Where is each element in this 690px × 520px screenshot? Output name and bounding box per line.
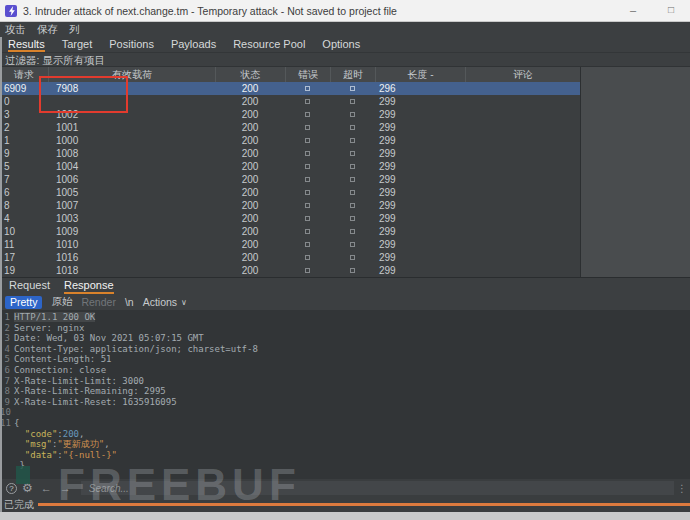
- column-header[interactable]: 长度 -: [375, 67, 465, 82]
- cell-length: 299: [375, 95, 465, 108]
- line-number: 1: [0, 312, 14, 323]
- table-row[interactable]: 191018200299: [0, 264, 580, 277]
- cell-payload: 1005: [48, 186, 215, 199]
- column-header[interactable]: 错误: [285, 67, 330, 82]
- table-row[interactable]: 71006200299: [0, 173, 580, 186]
- cell-timeout: [330, 108, 375, 121]
- line-text: Connection: close: [14, 365, 106, 375]
- cell-timeout: [330, 134, 375, 147]
- timeout-checkbox: [350, 190, 355, 195]
- cell-comment: [465, 82, 580, 95]
- line-text: Content-Type: application/json; charset=…: [14, 344, 258, 354]
- cell-payload: 1007: [48, 199, 215, 212]
- cell-payload: 1018: [48, 264, 215, 277]
- tab-target[interactable]: Target: [62, 37, 93, 52]
- cell-length: 299: [375, 160, 465, 173]
- cell-length: 299: [375, 212, 465, 225]
- back-arrow-icon[interactable]: ←: [41, 482, 52, 494]
- table-row[interactable]: 41003200299: [0, 212, 580, 225]
- timeout-checkbox: [350, 99, 355, 104]
- cell-status: 200: [215, 212, 285, 225]
- cell-comment: [465, 147, 580, 160]
- cell-error: [285, 186, 330, 199]
- tab-response[interactable]: Response: [64, 278, 114, 294]
- tab-payloads[interactable]: Payloads: [171, 37, 216, 52]
- line-number: 10: [0, 407, 14, 418]
- cell-error: [285, 147, 330, 160]
- filter-bar[interactable]: 过滤器: 显示所有项目: [0, 53, 690, 67]
- line-text: "code":200,: [14, 429, 84, 439]
- view-tab-n[interactable]: \n: [125, 296, 134, 308]
- response-body-line: "code":200,: [0, 429, 690, 440]
- search-options-icon[interactable]: ⋮: [677, 483, 687, 494]
- cell-length: 299: [375, 238, 465, 251]
- cell-error: [285, 173, 330, 186]
- menu-item-保存[interactable]: 保存: [37, 23, 58, 37]
- tab-positions[interactable]: Positions: [109, 37, 154, 52]
- response-body-line: "data":"{-null-}": [0, 450, 690, 461]
- column-header[interactable]: 有效载荷: [48, 67, 215, 82]
- error-checkbox: [305, 86, 310, 91]
- table-row[interactable]: 31002200299: [0, 108, 580, 121]
- cell-payload: 1008: [48, 147, 215, 160]
- response-line: 10: [0, 407, 690, 418]
- menu-item-攻击[interactable]: 攻击: [5, 23, 26, 37]
- json-token: 200: [63, 429, 79, 439]
- table-row[interactable]: 81007200299: [0, 199, 580, 212]
- line-number: 6: [0, 365, 14, 376]
- cell-status: 200: [215, 238, 285, 251]
- cell-timeout: [330, 225, 375, 238]
- cell-error: [285, 95, 330, 108]
- cell-error: [285, 108, 330, 121]
- view-tab-pretty[interactable]: Pretty: [5, 296, 42, 309]
- table-row[interactable]: 61005200299: [0, 186, 580, 199]
- window-title: 3. Intruder attack of next.change.tm - T…: [23, 5, 397, 17]
- table-row[interactable]: 171016200299: [0, 251, 580, 264]
- table-row[interactable]: 111010200299: [0, 238, 580, 251]
- menu-item-列[interactable]: 列: [69, 23, 80, 37]
- minimize-button[interactable]: –: [620, 0, 646, 22]
- column-header[interactable]: 超时: [330, 67, 375, 82]
- table-row[interactable]: 0200299: [0, 95, 580, 108]
- line-text: }: [14, 460, 25, 470]
- cell-timeout: [330, 264, 375, 277]
- cell-length: 299: [375, 264, 465, 277]
- view-tab-原始[interactable]: 原始: [51, 295, 72, 309]
- error-checkbox: [305, 99, 310, 104]
- table-row[interactable]: 101009200299: [0, 225, 580, 238]
- tab-resource-pool[interactable]: Resource Pool: [233, 37, 305, 52]
- table-row[interactable]: 51004200299: [0, 160, 580, 173]
- tab-results[interactable]: Results: [8, 37, 45, 52]
- line-number: 2: [0, 323, 14, 334]
- cell-timeout: [330, 186, 375, 199]
- table-row[interactable]: 69097908200296: [0, 82, 580, 95]
- table-row[interactable]: 11000200299: [0, 134, 580, 147]
- cell-length: 299: [375, 173, 465, 186]
- help-icon[interactable]: ?: [6, 483, 17, 494]
- search-input[interactable]: [81, 481, 674, 495]
- line-text: "msg":"更新成功",: [14, 439, 110, 449]
- response-line: 1HTTP/1.1 200 OK: [0, 312, 690, 323]
- maximize-button[interactable]: □: [658, 0, 684, 22]
- view-tab-actions[interactable]: Actions: [143, 296, 177, 308]
- table-row[interactable]: 21001200299: [0, 121, 580, 134]
- forward-arrow-icon[interactable]: →: [60, 482, 71, 494]
- column-header[interactable]: 评论: [465, 67, 580, 82]
- column-header[interactable]: 请求: [0, 67, 48, 82]
- response-editor[interactable]: 1HTTP/1.1 200 OK2Server: nginx3Date: Wed…: [0, 310, 690, 479]
- gear-icon[interactable]: ⚙: [22, 482, 33, 494]
- tab-request[interactable]: Request: [9, 278, 50, 294]
- column-header[interactable]: 状态: [215, 67, 285, 82]
- results-table-header: 请求有效载荷状态错误超时长度 -评论: [0, 67, 580, 82]
- cell-status: 200: [215, 251, 285, 264]
- table-row[interactable]: 91008200299: [0, 147, 580, 160]
- error-checkbox: [305, 138, 310, 143]
- cell-error: [285, 238, 330, 251]
- tab-options[interactable]: Options: [322, 37, 360, 52]
- cell-status: 200: [215, 108, 285, 121]
- cell-timeout: [330, 251, 375, 264]
- cell-status: 200: [215, 225, 285, 238]
- view-tab-render[interactable]: Render: [81, 296, 115, 308]
- cell-length: 299: [375, 199, 465, 212]
- cell-request: 4: [0, 212, 48, 225]
